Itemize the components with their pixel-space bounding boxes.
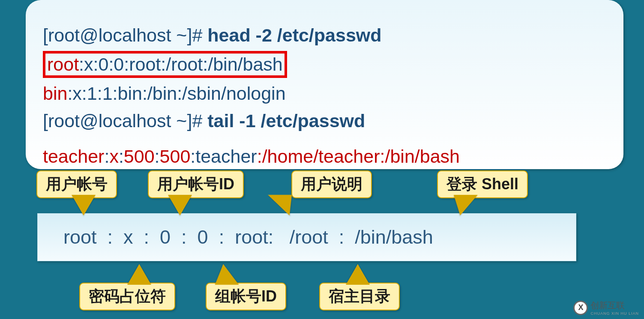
callout-user-account: 用户帐号 <box>36 170 117 198</box>
tail-icon <box>73 196 94 215</box>
cmd-line-2: [root@localhost ~]# tail -1 /etc/passwd <box>43 107 606 135</box>
callout-user-desc: 用户说明 <box>291 170 372 198</box>
command-head: head -2 /etc/passwd <box>207 25 381 45</box>
bin-user: bin <box>43 83 67 104</box>
tail-icon <box>129 264 150 283</box>
brand-sub: CHUANG XIN HU LIAN <box>590 311 639 316</box>
callout-group-id: 组帐号ID <box>206 283 286 310</box>
root-user: root <box>47 54 79 75</box>
tail-icon <box>347 264 368 283</box>
brand-text: 创新互联 <box>590 301 625 310</box>
tail-icon <box>169 196 191 215</box>
callout-pw-placeholder: 密码占位符 <box>79 283 175 310</box>
command-tail: tail -1 /etc/passwd <box>207 110 365 131</box>
bin-rest: :x:1:1:bin:/bin:/sbin/nologin <box>67 83 285 104</box>
cmd-line-1: [root@localhost ~]# head -2 /etc/passwd <box>43 21 606 49</box>
tail-icon <box>213 264 237 283</box>
terminal-output: [root@localhost ~]# head -2 /etc/passwd … <box>26 0 623 169</box>
watermark: X 创新互联 CHUANG XIN HU LIAN <box>573 300 639 316</box>
root-rest: :x:0:0:root:/root:/bin/bash <box>79 54 283 75</box>
tail-icon <box>449 196 476 215</box>
teacher-line: teacher:x:500:500:teacher:/home/teacher:… <box>43 143 606 170</box>
highlighted-root-line: root:x:0:0:root:/root:/bin/bash <box>43 51 287 78</box>
prompt-2: [root@localhost ~]# <box>43 110 207 131</box>
callout-home-dir: 宿主目录 <box>319 283 400 310</box>
prompt-1: [root@localhost ~]# <box>43 25 207 45</box>
callout-login-shell: 登录 Shell <box>437 170 528 198</box>
breakdown-text: root : x : 0 : 0 : root: /root : /bin/ba… <box>63 226 433 248</box>
bin-line: bin:x:1:1:bin:/bin:/sbin/nologin <box>43 80 606 107</box>
field-breakdown: root : x : 0 : 0 : root: /root : /bin/ba… <box>37 213 576 261</box>
tail-icon <box>270 196 300 215</box>
callout-user-id: 用户帐号ID <box>148 170 244 198</box>
logo-icon: X <box>573 301 588 315</box>
